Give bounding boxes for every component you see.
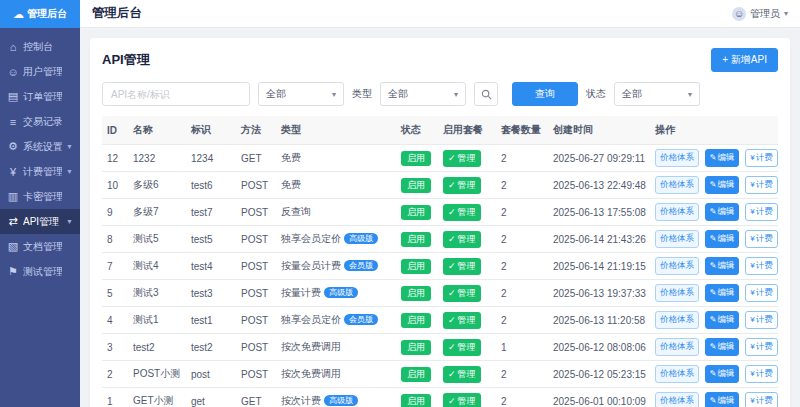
manage-packages-label: 管理 [458,260,476,273]
status-select[interactable]: 全部 ▾ [614,82,700,106]
cell-created: 2025-06-13 19:37:33 [548,280,650,307]
billing-button[interactable]: ¥计费 [745,230,777,248]
price-system-button[interactable]: 价格体系 [655,176,699,194]
manage-packages-label: 管理 [458,341,476,354]
cell-method: POST [236,361,276,388]
cell-name: 测试4 [128,253,186,280]
edit-button[interactable]: ✎编辑 [705,203,740,221]
type-badge: 会员版 [344,314,378,325]
sidebar-item-label: 系统设置 [23,140,62,154]
sidebar-item-users[interactable]: ☺ 用户管理 ▼ [0,59,80,84]
cell-created: 2025-06-14 21:43:26 [548,226,650,253]
page-content: API管理 + 新增API 全部 ▾ 类型 全部 ▾ [80,28,800,407]
cell-operations: 价格体系 ✎编辑 ¥计费 ✕删除 [650,307,778,334]
price-system-button[interactable]: 价格体系 [655,149,699,167]
price-system-button[interactable]: 价格体系 [655,284,699,302]
cell-key: test7 [186,199,236,226]
sidebar-item-system-settings[interactable]: ⚙ 系统设置 ▼ [0,134,80,159]
manage-packages-button[interactable]: ✓ 管理 [443,366,481,383]
price-system-button[interactable]: 价格体系 [655,338,699,356]
cell-status: 启用 [396,280,438,307]
search-button[interactable]: 查询 [512,82,578,106]
edit-button[interactable]: ✎编辑 [705,311,740,329]
edit-button[interactable]: ✎编辑 [705,284,740,302]
cell-operations: 价格体系 ✎编辑 ¥计费 ✕删除 [650,172,778,199]
billing-button[interactable]: ¥计费 [745,284,777,302]
sidebar-item-tests[interactable]: ⚑ 测试管理 ▼ [0,259,80,284]
check-icon: ✓ [448,315,456,325]
user-menu[interactable]: ☺ 管理员 ▾ [732,7,788,21]
sidebar-item-billing[interactable]: ¥ 计费管理 ▼ [0,159,80,184]
cell-operations: 价格体系 ✎编辑 ¥计费 ✕删除 [650,280,778,307]
cell-name: 多级6 [128,172,186,199]
column-header: 套餐数量 [496,116,548,145]
cell-operations: 价格体系 ✎编辑 ¥计费 ✕删除 [650,145,778,172]
manage-packages-button[interactable]: ✓ 管理 [443,177,481,194]
sidebar-item-label: API管理 [23,215,62,229]
sidebar-item-api[interactable]: ⇄ API管理 ▼ [0,209,80,234]
edit-button[interactable]: ✎编辑 [705,392,740,407]
sidebar-item-dashboard[interactable]: ⌂ 控制台 ▼ [0,34,80,59]
price-system-button[interactable]: 价格体系 [655,392,699,407]
yen-icon: ¥ [750,396,754,405]
cell-type: 独享会员定价会员版 [276,307,396,334]
billing-button[interactable]: ¥计费 [745,311,777,329]
manage-packages-button[interactable]: ✓ 管理 [443,204,481,221]
cell-id: 3 [102,334,128,361]
cell-key: post [186,361,236,388]
edit-button[interactable]: ✎编辑 [705,338,740,356]
cell-id: 12 [102,145,128,172]
price-system-button[interactable]: 价格体系 [655,257,699,275]
cell-created: 2025-06-01 00:10:09 [548,388,650,407]
manage-packages-button[interactable]: ✓ 管理 [443,312,481,329]
sidebar-item-transactions[interactable]: ≡ 交易记录 ▼ [0,109,80,134]
price-system-button[interactable]: 价格体系 [655,311,699,329]
cell-operations: 价格体系 ✎编辑 ¥计费 ✕删除 [650,388,778,407]
sidebar-item-docs[interactable]: ▧ 文档管理 ▼ [0,234,80,259]
price-system-button[interactable]: 价格体系 [655,230,699,248]
edit-label: 编辑 [717,341,734,351]
table-row: 8 测试5 test5 POST 独享会员定价高级版 启用 ✓ 管理 2 202… [102,226,778,253]
billing-label: 计费 [756,341,773,351]
pencil-icon: ✎ [710,315,717,324]
keyword-search-input[interactable] [102,82,250,106]
manage-packages-button[interactable]: ✓ 管理 [443,258,481,275]
chevron-down-icon: ▼ [66,168,73,175]
sidebar-item-orders[interactable]: ▤ 订单管理 ▼ [0,84,80,109]
cell-package: ✓ 管理 [438,253,496,280]
price-system-button[interactable]: 价格体系 [655,203,699,221]
group-select[interactable]: 全部 ▾ [258,82,344,106]
billing-button[interactable]: ¥计费 [745,392,777,407]
edit-button[interactable]: ✎编辑 [705,176,740,194]
manage-packages-button[interactable]: ✓ 管理 [443,231,481,248]
billing-button[interactable]: ¥计费 [745,338,777,356]
cell-status: 启用 [396,307,438,334]
edit-label: 编辑 [717,233,734,243]
add-api-button[interactable]: + 新增API [711,48,778,72]
billing-button[interactable]: ¥计费 [745,257,777,275]
manage-packages-button[interactable]: ✓ 管理 [443,150,481,167]
manage-packages-label: 管理 [458,179,476,192]
billing-label: 计费 [756,152,773,162]
price-system-button[interactable]: 价格体系 [655,365,699,383]
billing-button[interactable]: ¥计费 [745,149,777,167]
manage-packages-button[interactable]: ✓ 管理 [443,285,481,302]
check-icon: ✓ [448,342,456,352]
sidebar-item-cards[interactable]: ▥ 卡密管理 ▼ [0,184,80,209]
manage-packages-button[interactable]: ✓ 管理 [443,393,481,407]
cell-name: POST小测 [128,361,186,388]
cell-name: GET小测 [128,388,186,407]
column-header: 启用套餐 [438,116,496,145]
billing-button[interactable]: ¥计费 [745,176,777,194]
edit-button[interactable]: ✎编辑 [705,149,740,167]
billing-button[interactable]: ¥计费 [745,365,777,383]
sidebar-item-label: 测试管理 [23,265,62,279]
search-icon-button[interactable] [474,82,498,106]
type-select[interactable]: 全部 ▾ [380,82,466,106]
billing-button[interactable]: ¥计费 [745,203,777,221]
edit-button[interactable]: ✎编辑 [705,230,740,248]
edit-button[interactable]: ✎编辑 [705,257,740,275]
edit-button[interactable]: ✎编辑 [705,365,740,383]
manage-packages-button[interactable]: ✓ 管理 [443,339,481,356]
yen-icon: ¥ [750,369,754,378]
